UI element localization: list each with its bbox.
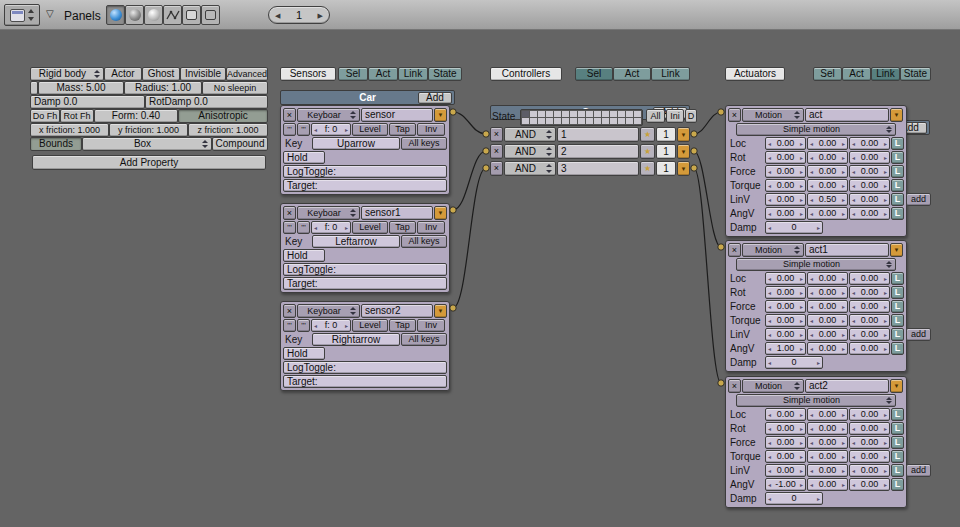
bookmark-star-icon[interactable]: ★ [640, 127, 655, 142]
local-toggle[interactable]: L [891, 408, 904, 421]
dark-sphere-icon[interactable] [125, 5, 144, 25]
loc-y-field[interactable]: 0.00 [807, 272, 848, 285]
sensors-sel-toggle[interactable]: Sel [338, 67, 368, 81]
editor-type-selector[interactable] [4, 4, 40, 26]
y-friction-field[interactable]: y friction: 1.000 [109, 123, 188, 137]
force-z-field[interactable]: 0.00 [849, 165, 890, 178]
loc-x-field[interactable]: 0.00 [765, 408, 806, 421]
state-d-button[interactable]: D [685, 109, 697, 123]
state-bit[interactable] [554, 118, 561, 124]
motion-mode-menu[interactable]: Simple motion [736, 123, 896, 136]
local-toggle[interactable]: L [891, 207, 904, 220]
frame-prev-icon[interactable]: ◀ [275, 12, 280, 19]
state-bit[interactable] [530, 118, 537, 124]
sensors-state-toggle[interactable]: State [428, 67, 462, 81]
controllers-act-toggle[interactable]: Act [613, 67, 651, 81]
tap-toggle[interactable]: Tap [389, 123, 416, 136]
delete-controller-button[interactable]: × [490, 161, 503, 176]
delete-actuator-button[interactable]: × [728, 108, 741, 122]
state-bit[interactable] [530, 111, 537, 117]
log-toggle-field[interactable]: LogToggle: [283, 361, 447, 374]
sensor-name-field[interactable]: sensor1 [361, 206, 433, 220]
angv-x-field[interactable]: 0.00 [765, 207, 806, 220]
state-bit[interactable] [618, 118, 625, 124]
linv-y-field[interactable]: 0.50 [807, 193, 848, 206]
frame-number-stepper[interactable]: ◀ 1 ▶ [268, 6, 330, 24]
collapse-sensor-icon[interactable]: ▼ [434, 206, 447, 220]
freq-field[interactable]: f: 0 [311, 319, 351, 332]
collapse-controller-icon[interactable]: ▼ [677, 127, 690, 142]
actuator-type-menu[interactable]: Motion [742, 108, 804, 122]
state-bit[interactable] [634, 118, 641, 124]
actuators-act-toggle[interactable]: Act [842, 67, 871, 81]
angv-y-field[interactable]: 0.00 [807, 342, 848, 355]
state-bit[interactable] [522, 118, 529, 124]
torque-x-field[interactable]: 0.00 [765, 450, 806, 463]
actuator-name-field[interactable]: act2 [805, 379, 889, 393]
actuator-input-socket[interactable] [718, 244, 724, 250]
level-toggle[interactable]: Level [352, 221, 388, 234]
loc-z-field[interactable]: 0.00 [849, 137, 890, 150]
state-bit[interactable] [554, 111, 561, 117]
form-field[interactable]: Form: 0.40 [94, 109, 178, 123]
collapse-actuator-icon[interactable]: ▼ [890, 379, 903, 393]
controller-input-socket[interactable] [483, 165, 489, 171]
quote-toggle-icon[interactable]: ''' [297, 319, 310, 332]
local-toggle[interactable]: L [891, 272, 904, 285]
key-binding-field[interactable]: Rightarrow [312, 333, 400, 346]
collapse-actuator-icon[interactable]: ▼ [890, 243, 903, 257]
sensor-type-menu[interactable]: Keyboar [297, 108, 360, 122]
local-toggle[interactable]: L [891, 165, 904, 178]
controller-state-field[interactable]: 1 [656, 161, 676, 176]
state-bit[interactable] [626, 118, 633, 124]
linv-x-field[interactable]: 0.00 [765, 193, 806, 206]
controller-state-field[interactable]: 1 [656, 127, 676, 142]
state-bit[interactable] [634, 111, 641, 117]
torque-y-field[interactable]: 0.00 [807, 314, 848, 327]
state-bit[interactable] [586, 118, 593, 124]
anisotropic-toggle[interactable]: Anisotropic [178, 109, 268, 123]
local-toggle[interactable]: L [891, 300, 904, 313]
local-toggle[interactable]: L [891, 151, 904, 164]
collapse-controller-icon[interactable]: ▼ [677, 144, 690, 159]
actuators-link-toggle[interactable]: Link [871, 67, 900, 81]
log-toggle-field[interactable]: LogToggle: [283, 165, 447, 178]
rot-z-field[interactable]: 0.00 [849, 151, 890, 164]
panels-label[interactable]: Panels [64, 9, 101, 23]
controller-input-socket[interactable] [483, 131, 489, 137]
state-bit[interactable] [618, 111, 625, 117]
motion-mode-menu[interactable]: Simple motion [736, 258, 896, 271]
local-toggle[interactable]: L [891, 436, 904, 449]
state-bit[interactable] [594, 111, 601, 117]
force-y-field[interactable]: 0.00 [807, 436, 848, 449]
blank-toggle[interactable] [30, 81, 38, 95]
square-icon[interactable] [182, 5, 201, 25]
delete-controller-button[interactable]: × [490, 127, 503, 142]
ghost-toggle[interactable]: Ghost [142, 67, 180, 81]
log-toggle-field[interactable]: LogToggle: [283, 263, 447, 276]
inv-toggle[interactable]: Inv [417, 319, 445, 332]
angv-z-field[interactable]: 0.00 [849, 478, 890, 491]
delete-sensor-button[interactable]: × [283, 304, 296, 318]
torque-z-field[interactable]: 0.00 [849, 314, 890, 327]
square-outline-icon[interactable] [201, 5, 220, 25]
all-keys-toggle[interactable]: All keys [401, 235, 447, 248]
sensors-object-bar[interactable]: Car Add [280, 90, 455, 105]
damp-slider[interactable]: Damp 0.0 [30, 95, 145, 109]
loc-y-field[interactable]: 0.00 [807, 408, 848, 421]
add-property-button[interactable]: Add Property [32, 155, 266, 170]
rot-y-field[interactable]: 0.00 [807, 151, 848, 164]
actuator-name-field[interactable]: act1 [805, 243, 889, 257]
state-bit[interactable] [570, 111, 577, 117]
local-toggle[interactable]: L [891, 193, 904, 206]
controller-output-socket[interactable] [691, 165, 697, 171]
curve-path-icon[interactable] [163, 5, 182, 25]
do-fh-toggle[interactable]: Do Fh [30, 109, 60, 123]
actuators-state-toggle[interactable]: State [900, 67, 931, 81]
state-bit[interactable] [562, 111, 569, 117]
sensor-type-menu[interactable]: Keyboar [297, 206, 360, 220]
rot-x-field[interactable]: 0.00 [765, 286, 806, 299]
tap-toggle[interactable]: Tap [389, 221, 416, 234]
local-toggle[interactable]: L [891, 450, 904, 463]
sensor-output-socket[interactable] [450, 109, 456, 115]
